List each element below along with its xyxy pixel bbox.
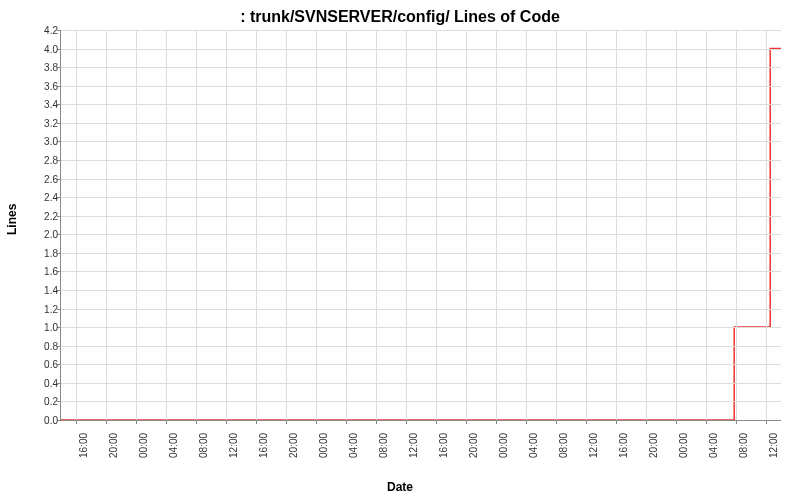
grid-line-h bbox=[61, 383, 781, 384]
grid-line-v bbox=[226, 30, 227, 420]
y-tick-label: 2.4 bbox=[28, 192, 58, 203]
grid-line-v bbox=[766, 30, 767, 420]
y-tick-label: 0.0 bbox=[28, 415, 58, 426]
grid-line-v bbox=[76, 30, 77, 420]
y-tick-label: 0.6 bbox=[28, 359, 58, 370]
grid-line-h bbox=[61, 309, 781, 310]
x-tick-mark bbox=[706, 420, 707, 424]
x-tick-mark bbox=[466, 420, 467, 424]
x-tick-mark bbox=[256, 420, 257, 424]
x-tick-mark bbox=[526, 420, 527, 424]
x-tick-mark bbox=[286, 420, 287, 424]
grid-line-v bbox=[496, 30, 497, 420]
grid-line-h bbox=[61, 104, 781, 105]
x-tick-mark bbox=[166, 420, 167, 424]
x-tick-mark bbox=[406, 420, 407, 424]
grid-line-h bbox=[61, 290, 781, 291]
grid-line-v bbox=[526, 30, 527, 420]
grid-line-h bbox=[61, 123, 781, 124]
grid-line-h bbox=[61, 49, 781, 50]
grid-line-h bbox=[61, 364, 781, 365]
grid-line-h bbox=[61, 179, 781, 180]
grid-line-v bbox=[676, 30, 677, 420]
x-tick-label: 16:00 bbox=[618, 433, 629, 458]
grid-line-h bbox=[61, 160, 781, 161]
grid-line-v bbox=[196, 30, 197, 420]
x-tick-label: 16:00 bbox=[78, 433, 89, 458]
x-tick-mark bbox=[676, 420, 677, 424]
grid-line-v bbox=[376, 30, 377, 420]
x-tick-mark bbox=[586, 420, 587, 424]
x-tick-mark bbox=[496, 420, 497, 424]
x-tick-mark bbox=[196, 420, 197, 424]
grid-line-h bbox=[61, 67, 781, 68]
plot-area bbox=[60, 30, 781, 421]
grid-line-v bbox=[256, 30, 257, 420]
y-tick-label: 1.2 bbox=[28, 303, 58, 314]
x-tick-label: 08:00 bbox=[738, 433, 749, 458]
chart-container: : trunk/SVNSERVER/config/ Lines of Code … bbox=[0, 0, 800, 500]
x-tick-mark bbox=[436, 420, 437, 424]
y-tick-label: 3.8 bbox=[28, 62, 58, 73]
grid-line-v bbox=[586, 30, 587, 420]
y-tick-label: 0.2 bbox=[28, 396, 58, 407]
x-tick-label: 20:00 bbox=[108, 433, 119, 458]
grid-line-v bbox=[466, 30, 467, 420]
x-tick-mark bbox=[556, 420, 557, 424]
x-tick-mark bbox=[316, 420, 317, 424]
grid-line-v bbox=[136, 30, 137, 420]
x-tick-label: 04:00 bbox=[348, 433, 359, 458]
x-tick-mark bbox=[766, 420, 767, 424]
grid-line-v bbox=[166, 30, 167, 420]
y-tick-label: 1.4 bbox=[28, 285, 58, 296]
grid-line-v bbox=[406, 30, 407, 420]
x-tick-label: 08:00 bbox=[378, 433, 389, 458]
grid-line-v bbox=[556, 30, 557, 420]
y-tick-label: 2.0 bbox=[28, 229, 58, 240]
data-line bbox=[61, 30, 781, 420]
y-tick-label: 3.2 bbox=[28, 117, 58, 128]
x-tick-label: 20:00 bbox=[288, 433, 299, 458]
grid-line-h bbox=[61, 86, 781, 87]
y-tick-label: 4.0 bbox=[28, 43, 58, 54]
x-tick-mark bbox=[226, 420, 227, 424]
x-tick-mark bbox=[136, 420, 137, 424]
x-tick-label: 00:00 bbox=[498, 433, 509, 458]
grid-line-h bbox=[61, 141, 781, 142]
grid-line-h bbox=[61, 271, 781, 272]
grid-line-h bbox=[61, 216, 781, 217]
grid-line-h bbox=[61, 346, 781, 347]
x-tick-mark bbox=[106, 420, 107, 424]
x-tick-mark bbox=[376, 420, 377, 424]
grid-line-v bbox=[106, 30, 107, 420]
x-tick-label: 16:00 bbox=[258, 433, 269, 458]
y-tick-label: 4.2 bbox=[28, 25, 58, 36]
y-tick-label: 0.4 bbox=[28, 377, 58, 388]
grid-line-h bbox=[61, 197, 781, 198]
x-tick-label: 04:00 bbox=[528, 433, 539, 458]
y-tick-label: 0.8 bbox=[28, 340, 58, 351]
grid-line-h bbox=[61, 401, 781, 402]
x-tick-label: 04:00 bbox=[708, 433, 719, 458]
grid-line-v bbox=[616, 30, 617, 420]
x-tick-label: 08:00 bbox=[558, 433, 569, 458]
x-axis-label: Date bbox=[0, 480, 800, 494]
grid-line-v bbox=[706, 30, 707, 420]
x-tick-label: 20:00 bbox=[648, 433, 659, 458]
x-tick-label: 00:00 bbox=[678, 433, 689, 458]
grid-line-h bbox=[61, 30, 781, 31]
x-tick-label: 20:00 bbox=[468, 433, 479, 458]
grid-line-v bbox=[286, 30, 287, 420]
x-tick-label: 12:00 bbox=[408, 433, 419, 458]
x-tick-mark bbox=[736, 420, 737, 424]
chart-title: : trunk/SVNSERVER/config/ Lines of Code bbox=[0, 8, 800, 26]
x-tick-mark bbox=[646, 420, 647, 424]
y-tick-label: 2.2 bbox=[28, 210, 58, 221]
y-tick-label: 2.8 bbox=[28, 155, 58, 166]
y-axis-label: Lines bbox=[5, 204, 19, 235]
grid-line-h bbox=[61, 327, 781, 328]
y-tick-label: 1.8 bbox=[28, 247, 58, 258]
y-tick-label: 1.6 bbox=[28, 266, 58, 277]
y-tick-label: 3.6 bbox=[28, 80, 58, 91]
x-tick-mark bbox=[76, 420, 77, 424]
